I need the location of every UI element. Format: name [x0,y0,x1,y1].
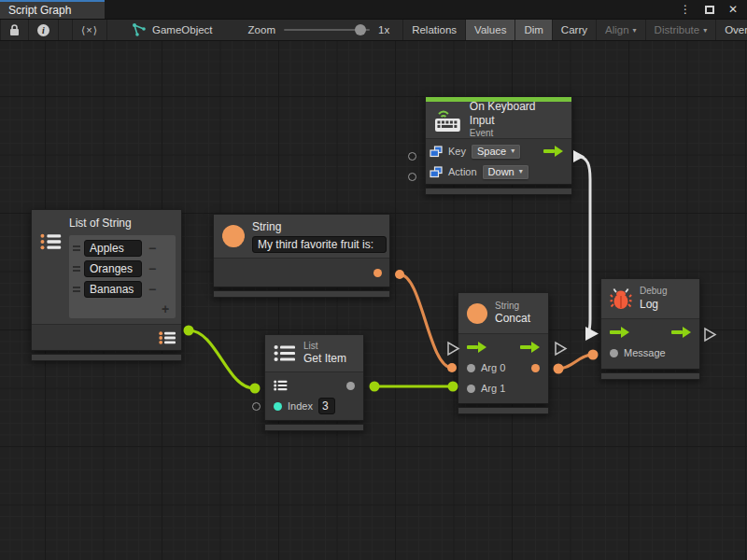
node-subtitle: Event [470,128,563,140]
key-outer-port[interactable] [408,152,416,161]
drag-handle-icon[interactable] [72,245,81,251]
flow-output-port[interactable] [520,342,540,353]
node-footer [600,372,700,380]
node-title: String [252,220,387,234]
toolbar-button-relations[interactable]: Relations [402,20,466,40]
flow-target-arrow[interactable] [585,327,599,341]
list-icon [40,231,62,252]
keyboard-icon [434,107,462,133]
info-icon: i [37,24,49,36]
enum-icon [430,146,443,158]
remove-item-button[interactable]: − [145,241,160,256]
toolbar-button-carry[interactable]: Carry [553,20,597,40]
node-list-of-string[interactable]: List of String − − [31,209,182,361]
node-on-keyboard-input[interactable]: On Keyboard Input Event Key Space ▾ [425,96,572,195]
item-output-port[interactable] [346,382,355,390]
toolbar-button-values[interactable]: Values [466,20,515,40]
list-item-row: − [72,279,173,300]
wire-endpoint[interactable] [554,364,564,374]
flow-input-port[interactable] [610,327,629,338]
index-label: Index [288,400,313,412]
toolbar-button-overview[interactable]: Overview [716,20,747,40]
list-output-port[interactable] [159,331,176,344]
bug-icon [610,288,632,310]
wire-endpoint[interactable] [448,382,458,392]
zoom-slider[interactable] [284,29,370,31]
chevron-down-icon: ▾ [703,26,707,35]
lock-icon [9,24,20,36]
node-subtitle: Debug [640,286,667,298]
node-footer [213,290,390,298]
list-item-input[interactable] [84,240,142,257]
node-subtitle: String [495,301,530,313]
wire-endpoint[interactable] [370,382,380,392]
code-icon: ⟨×⟩ [81,24,98,36]
wire-flow-keyboard-to-log[interactable] [577,157,590,333]
arg0-label: Arg 0 [481,362,505,373]
remove-item-button[interactable]: − [145,261,160,276]
wire-endpoint[interactable] [588,350,599,360]
toolbar-button-dim[interactable]: Dim [515,20,552,40]
chevron-down-icon: ▾ [511,147,514,155]
string-value-input[interactable] [252,236,387,253]
flow-output-port[interactable] [671,327,691,338]
arg0-input-port[interactable] [467,364,475,372]
zoom-label: Zoom [248,24,275,35]
node-debug-log[interactable]: Debug Log [600,278,700,380]
wire-endpoint[interactable] [184,326,194,336]
string-type-icon [467,303,487,324]
zoom-slider-handle[interactable] [355,24,366,35]
message-input-port[interactable] [610,349,618,357]
lock-button[interactable] [0,20,29,40]
string-output-port[interactable] [374,269,382,277]
log-flow-out-hollow-arrow[interactable] [705,329,715,341]
action-dropdown[interactable]: Down ▾ [483,165,529,179]
message-label: Message [624,347,666,358]
close-icon[interactable]: ✕ [728,4,738,15]
maximize-icon[interactable] [705,6,714,14]
wire-endpoint[interactable] [250,384,261,394]
graph-toolbar: i ⟨×⟩ GameObject Zoom 1x Relations [0,19,747,41]
gameobject-label: GameObject [152,24,213,35]
result-output-port[interactable] [531,364,540,372]
index-input[interactable] [318,398,335,414]
node-subtitle: List [303,341,346,353]
node-title: Concat [495,312,530,326]
flow-source-arrow[interactable] [573,150,585,162]
graph-canvas[interactable]: On Keyboard Input Event Key Space ▾ [0,41,747,560]
list-item-input[interactable] [84,260,142,277]
list-input-port[interactable] [274,380,288,391]
arg1-input-port[interactable] [467,385,475,393]
action-outer-port[interactable] [408,173,416,181]
edit-graph-button[interactable]: ⟨×⟩ [72,20,107,40]
wire-endpoint[interactable] [447,363,457,372]
remove-item-button[interactable]: − [145,282,160,297]
wire-string-to-concat[interactable] [400,274,452,368]
concat-flow-out-hollow-arrow[interactable] [556,343,566,355]
drag-handle-icon[interactable] [72,287,81,292]
node-concat[interactable]: String Concat [458,292,549,414]
index-input-port[interactable] [274,402,282,411]
inspect-button[interactable]: i [29,20,59,40]
wire-concat-to-log[interactable] [558,355,593,369]
script-graph-window: Script Graph ⋮ ✕ i ⟨×⟩ [0,0,747,560]
gameobject-context[interactable]: GameObject [122,20,222,40]
wire-list-to-getitem[interactable] [189,330,254,388]
menu-kebab-icon[interactable]: ⋮ [680,4,691,15]
key-dropdown[interactable]: Space ▾ [472,145,520,159]
list-editor: − − − [69,235,176,318]
toolbar-button-distribute[interactable]: Distribute ▾ [646,20,717,40]
zoom-control: Zoom 1x [248,20,390,40]
key-port-label: Key [448,146,466,157]
node-get-item[interactable]: List Get Item [264,334,364,431]
tab-script-graph[interactable]: Script Graph [0,0,105,19]
drag-handle-icon[interactable] [72,266,81,272]
node-string-literal[interactable]: String [213,214,390,298]
index-outer-port[interactable] [252,402,261,411]
flow-output-port[interactable] [543,146,563,157]
wire-endpoint[interactable] [395,270,404,279]
flow-input-port[interactable] [467,342,486,353]
add-item-button[interactable]: + [158,301,173,316]
list-item-input[interactable] [84,281,142,298]
toolbar-button-align[interactable]: Align ▾ [597,20,646,40]
